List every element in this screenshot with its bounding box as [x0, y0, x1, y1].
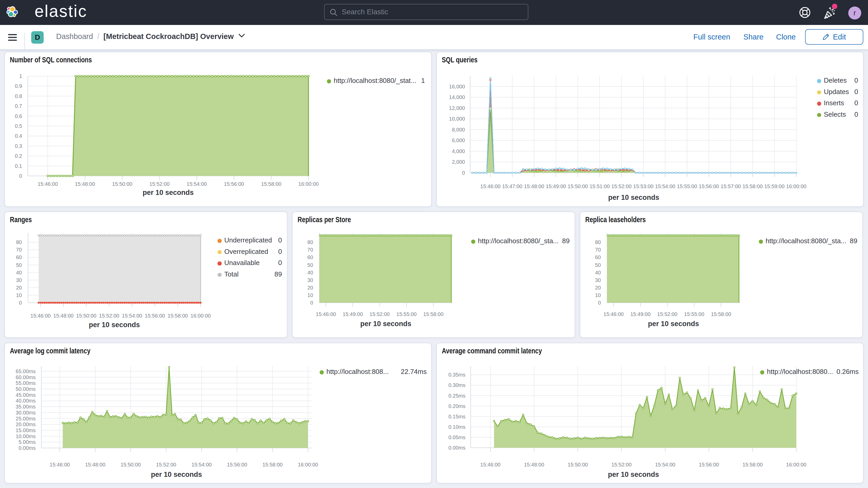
svg-text:15:58:00: 15:58:00	[742, 462, 763, 467]
svg-text:per 10 seconds: per 10 seconds	[608, 193, 659, 202]
svg-text:15:56:00: 15:56:00	[145, 313, 165, 318]
svg-text:15:54:00: 15:54:00	[655, 183, 675, 189]
svg-text:0: 0	[19, 173, 22, 179]
svg-text:per 10 seconds: per 10 seconds	[143, 189, 194, 196]
svg-text:15:51:00: 15:51:00	[589, 183, 610, 189]
svg-text:14,000: 14,000	[449, 94, 465, 100]
svg-text:60: 60	[307, 254, 313, 260]
svg-text:80: 80	[595, 239, 601, 245]
svg-text:0.2: 0.2	[15, 153, 22, 159]
svg-text:50: 50	[595, 262, 601, 268]
svg-text:10: 10	[595, 292, 601, 298]
svg-text:15:48:00: 15:48:00	[85, 462, 105, 467]
svg-text:15:50:00: 15:50:00	[567, 183, 588, 189]
svg-text:80: 80	[307, 239, 313, 245]
svg-text:80: 80	[16, 239, 22, 245]
svg-text:0.8: 0.8	[15, 93, 22, 99]
svg-text:15:52:00: 15:52:00	[156, 462, 176, 467]
svg-text:0.6: 0.6	[15, 113, 22, 119]
svg-text:10.00ms: 10.00ms	[16, 433, 36, 439]
svg-text:15:46:00: 15:46:00	[480, 462, 500, 467]
svg-text:15:58:00: 15:58:00	[167, 313, 188, 318]
svg-text:15:50:00: 15:50:00	[567, 462, 588, 467]
svg-text:15:56:00: 15:56:00	[699, 462, 719, 467]
svg-text:15:46:00: 15:46:00	[316, 311, 336, 317]
svg-text:40: 40	[595, 270, 601, 275]
svg-text:70: 70	[595, 247, 601, 252]
svg-text:0.15ms: 0.15ms	[448, 414, 465, 419]
svg-text:15:54:00: 15:54:00	[187, 181, 207, 187]
svg-text:30: 30	[16, 277, 22, 283]
svg-text:12,000: 12,000	[449, 105, 465, 111]
svg-text:15:48:00: 15:48:00	[524, 183, 544, 189]
svg-text:15:59:00: 15:59:00	[764, 183, 784, 189]
svg-text:16:00:00: 16:00:00	[298, 462, 318, 467]
svg-text:15:48:00: 15:48:00	[75, 181, 95, 187]
svg-text:0.3: 0.3	[15, 143, 22, 149]
svg-text:15:48:00: 15:48:00	[524, 462, 544, 467]
svg-text:15:56:00: 15:56:00	[224, 181, 244, 187]
svg-text:0.30ms: 0.30ms	[448, 382, 465, 388]
svg-text:0.9: 0.9	[15, 83, 22, 89]
svg-text:20: 20	[16, 285, 22, 291]
svg-text:15:54:00: 15:54:00	[655, 462, 675, 467]
svg-text:15:57:00: 15:57:00	[721, 183, 741, 189]
svg-text:0.05ms: 0.05ms	[448, 434, 465, 440]
svg-text:30: 30	[307, 277, 313, 283]
svg-text:70: 70	[16, 247, 22, 252]
svg-text:0.00ms: 0.00ms	[448, 445, 465, 451]
svg-text:6,000: 6,000	[452, 138, 465, 143]
svg-text:60.00ms: 60.00ms	[16, 374, 36, 380]
svg-text:15:58:00: 15:58:00	[711, 311, 731, 317]
svg-text:per 10 seconds: per 10 seconds	[608, 470, 659, 478]
svg-text:20.00ms: 20.00ms	[16, 422, 36, 427]
svg-text:15:55:00: 15:55:00	[684, 311, 704, 317]
svg-text:40: 40	[307, 270, 313, 275]
svg-text:20: 20	[595, 285, 601, 291]
svg-text:0.1: 0.1	[15, 163, 22, 169]
svg-text:15:49:00: 15:49:00	[630, 311, 650, 317]
svg-text:15:49:00: 15:49:00	[546, 183, 566, 189]
svg-text:15:46:00: 15:46:00	[50, 462, 70, 467]
svg-text:15:56:00: 15:56:00	[227, 462, 247, 467]
svg-text:15:52:00: 15:52:00	[370, 311, 390, 317]
svg-text:0: 0	[19, 300, 22, 306]
svg-text:0.5: 0.5	[15, 123, 22, 129]
svg-text:15:52:00: 15:52:00	[99, 313, 119, 318]
svg-text:40.00ms: 40.00ms	[16, 398, 36, 403]
svg-text:10,000: 10,000	[449, 116, 465, 122]
svg-text:15:52:00: 15:52:00	[611, 183, 631, 189]
svg-text:16:00:00: 16:00:00	[786, 462, 806, 467]
svg-text:10: 10	[307, 292, 313, 298]
svg-text:15:58:00: 15:58:00	[261, 181, 281, 187]
svg-text:per 10 seconds: per 10 seconds	[360, 320, 411, 328]
svg-text:1: 1	[19, 73, 22, 79]
svg-text:15:48:00: 15:48:00	[53, 313, 73, 318]
svg-text:15:46:00: 15:46:00	[603, 311, 624, 317]
svg-text:40: 40	[16, 270, 22, 275]
svg-text:5.00ms: 5.00ms	[19, 439, 36, 445]
svg-text:per 10 seconds: per 10 seconds	[89, 321, 140, 329]
svg-text:15.00ms: 15.00ms	[16, 427, 36, 433]
svg-text:15:52:00: 15:52:00	[657, 311, 678, 317]
svg-text:60: 60	[595, 254, 601, 260]
svg-text:30.00ms: 30.00ms	[16, 410, 36, 416]
svg-text:55.00ms: 55.00ms	[16, 380, 36, 386]
svg-text:15:58:00: 15:58:00	[262, 462, 283, 467]
svg-text:15:54:00: 15:54:00	[191, 462, 212, 467]
svg-text:15:53:00: 15:53:00	[633, 183, 654, 189]
svg-text:16:00:00: 16:00:00	[786, 183, 806, 189]
svg-text:30: 30	[595, 277, 601, 283]
svg-text:15:46:00: 15:46:00	[30, 313, 51, 318]
svg-text:16:00:00: 16:00:00	[190, 313, 211, 318]
svg-text:15:54:00: 15:54:00	[122, 313, 142, 318]
svg-text:50.00ms: 50.00ms	[16, 386, 36, 392]
svg-text:20: 20	[307, 285, 313, 291]
svg-text:15:55:00: 15:55:00	[396, 311, 416, 317]
svg-text:15:46:00: 15:46:00	[38, 181, 58, 187]
svg-text:0.4: 0.4	[15, 133, 22, 139]
svg-text:15:52:00: 15:52:00	[149, 181, 170, 187]
svg-text:16:00:00: 16:00:00	[298, 181, 319, 187]
svg-text:0.7: 0.7	[15, 103, 22, 109]
svg-text:15:49:00: 15:49:00	[343, 311, 363, 317]
